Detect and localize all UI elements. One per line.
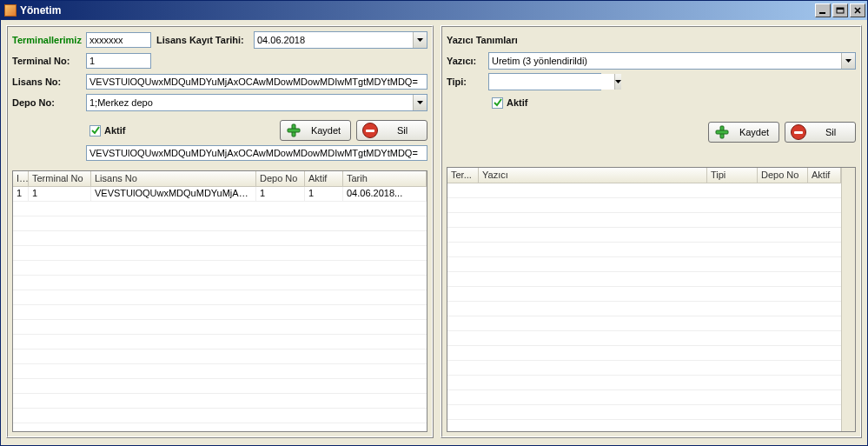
maximize-button[interactable] <box>832 3 848 17</box>
plus-icon <box>714 124 730 140</box>
license-date-picker[interactable] <box>254 31 427 49</box>
depo-no-select[interactable] <box>86 94 427 111</box>
delete-button-left[interactable]: Sil <box>356 120 427 141</box>
tipi-value[interactable] <box>489 74 614 90</box>
window-title: Yönetim <box>20 4 815 17</box>
cell-lisans-no: VEVSTUlOQUwxMDQuMDYuMjAxO... <box>91 187 256 201</box>
cell-depo-no: 1 <box>256 187 305 201</box>
col-tipi[interactable]: Tipi <box>707 168 758 183</box>
save-button-label: Kaydet <box>307 125 345 136</box>
delete-button-label: Sil <box>383 125 421 136</box>
license-readonly-field <box>86 145 427 161</box>
svg-marker-10 <box>615 80 621 83</box>
svg-rect-8 <box>288 129 300 132</box>
col-tarih[interactable]: Tarih <box>343 171 427 186</box>
license-no-label: Lisans No: <box>12 77 86 87</box>
app-icon <box>4 4 17 17</box>
license-no-field[interactable] <box>86 74 427 90</box>
aktif-label: Aktif <box>104 125 125 136</box>
aktif-checkbox-right[interactable]: Aktif <box>492 97 527 109</box>
dropdown-icon[interactable] <box>614 74 621 90</box>
tipi-label: Tipi: <box>447 77 488 87</box>
cell-aktif: 1 <box>305 187 343 201</box>
cell-tarih: 04.06.2018... <box>343 187 427 201</box>
titlebar[interactable]: Yönetim <box>1 1 867 20</box>
svg-marker-6 <box>417 101 423 104</box>
svg-rect-12 <box>716 130 728 134</box>
table-body: 1 1 VEVSTUlOQUwxMDQuMDYuMjAxO... 1 1 04.… <box>13 187 427 431</box>
yazici-value[interactable] <box>489 53 841 69</box>
col-id[interactable]: I... <box>13 171 29 186</box>
table-row[interactable]: 1 1 VEVSTUlOQUwxMDQuMDYuMjAxO... 1 1 04.… <box>13 187 427 202</box>
tipi-select[interactable] <box>488 73 601 90</box>
svg-marker-9 <box>845 59 851 63</box>
minus-icon <box>362 123 378 138</box>
delete-button-right[interactable]: Sil <box>785 122 856 143</box>
terminals-table[interactable]: I... Terminal No Lisans No Depo No Aktif… <box>12 170 427 432</box>
svg-rect-0 <box>819 12 825 14</box>
col-terminal-no[interactable]: Terminal No <box>29 171 91 186</box>
minimize-button[interactable] <box>815 3 831 17</box>
plus-icon <box>286 123 301 138</box>
col-depo-no[interactable]: Depo No <box>256 171 305 186</box>
checkbox-icon <box>89 125 101 136</box>
table-body <box>447 183 841 431</box>
cell-terminal-no: 1 <box>29 187 91 201</box>
license-date-value[interactable] <box>255 32 413 48</box>
checkbox-icon <box>492 97 503 109</box>
col-depo-no[interactable]: Depo No <box>758 168 808 183</box>
save-button-label: Kaydet <box>735 127 773 137</box>
terminals-section-label: Terminallerimiz <box>12 35 86 45</box>
table-header: I... Terminal No Lisans No Depo No Aktif… <box>13 171 427 187</box>
col-yazici[interactable]: Yazıcı <box>479 168 707 183</box>
aktif-label: Aktif <box>507 97 527 108</box>
svg-marker-5 <box>417 38 423 42</box>
close-button[interactable] <box>850 3 865 17</box>
terminal-no-field[interactable] <box>86 53 151 69</box>
col-aktif[interactable]: Aktif <box>305 171 343 186</box>
cell-id: 1 <box>13 187 29 201</box>
printers-panel: Yazıcı Tanımları Yazıcı: Tipi: <box>441 25 862 438</box>
aktif-checkbox-left[interactable]: Aktif <box>89 125 125 136</box>
save-button-left[interactable]: Kaydet <box>280 120 351 141</box>
license-date-label: Lisans Kayıt Tarihi: <box>156 35 254 45</box>
printers-section-label: Yazıcı Tanımları <box>447 35 518 45</box>
minus-icon <box>791 124 806 140</box>
printers-table[interactable]: Ter... Yazıcı Tipi Depo No Aktif <box>447 167 856 432</box>
main-window: Yönetim Terminallerimiz Lisans Kayıt Tar… <box>0 0 868 446</box>
col-aktif[interactable]: Aktif <box>808 168 841 183</box>
dropdown-icon[interactable] <box>413 32 427 48</box>
yazici-label: Yazıcı: <box>447 56 488 66</box>
svg-rect-2 <box>837 8 844 10</box>
depo-no-value[interactable] <box>87 95 413 110</box>
yazici-select[interactable] <box>488 52 856 70</box>
depo-no-label: Depo No: <box>12 97 86 108</box>
scrollbar[interactable] <box>841 168 855 431</box>
table-header: Ter... Yazıcı Tipi Depo No Aktif <box>447 168 841 183</box>
terminal-no-label: Terminal No: <box>12 56 86 66</box>
terminals-panel: Terminallerimiz Lisans Kayıt Tarihi: Ter… <box>6 25 434 438</box>
col-lisans-no[interactable]: Lisans No <box>91 171 256 186</box>
delete-button-label: Sil <box>812 127 850 137</box>
asterisks-field[interactable] <box>86 32 151 48</box>
col-ter[interactable]: Ter... <box>447 168 479 183</box>
dropdown-icon[interactable] <box>841 53 855 69</box>
save-button-right[interactable]: Kaydet <box>708 122 779 143</box>
dropdown-icon[interactable] <box>413 95 427 110</box>
